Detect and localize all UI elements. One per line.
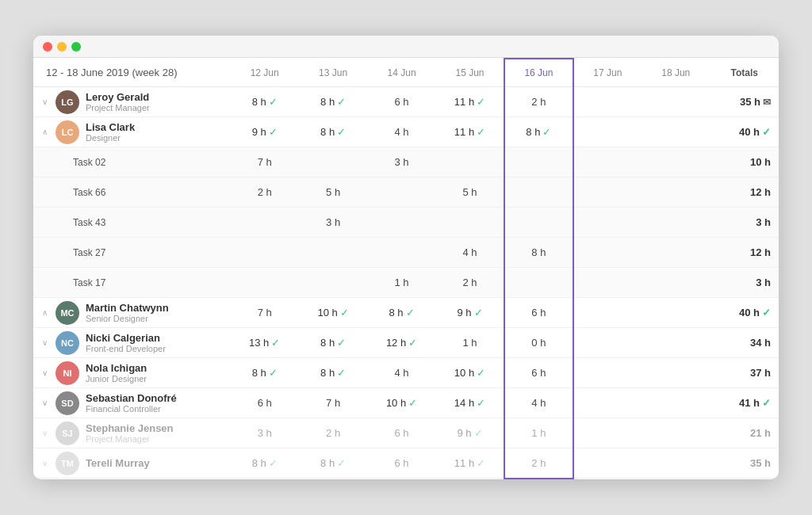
task-name: Task 17 — [33, 268, 231, 298]
day-cell-0: 13 h✓ — [231, 328, 299, 358]
day-cell-3: 10 h✓ — [436, 358, 504, 388]
person-row[interactable]: ∨TMTereli Murray8 h✓8 h✓6 h11 h✓2 h35 h — [33, 448, 779, 479]
day-cell-6 — [642, 147, 710, 177]
day-cell-6 — [642, 418, 710, 448]
day-cell-5 — [573, 208, 642, 238]
day-cell-3: 2 h — [436, 268, 504, 298]
task-name: Task 02 — [33, 147, 231, 177]
day-cell-3: 1 h — [436, 328, 504, 358]
day-cell-3: 9 h✓ — [436, 298, 504, 328]
task-name: Task 43 — [33, 208, 231, 238]
total-cell: 3 h — [710, 268, 779, 298]
day-cell-6 — [642, 448, 710, 479]
maximize-button[interactable] — [71, 42, 81, 52]
day-cell-4: 8 h — [504, 238, 573, 268]
day-cell-4: 1 h — [504, 418, 573, 448]
avatar: SD — [56, 391, 79, 415]
person-name: Martin Chatwynn — [86, 302, 169, 314]
day-cell-5 — [573, 147, 642, 177]
total-cell: 35 h — [710, 448, 779, 479]
task-row: Task 274 h8 h12 h — [33, 238, 779, 268]
person-name: Stephanie Jensen — [86, 422, 174, 434]
close-button[interactable] — [43, 42, 52, 52]
col-header-16jun: 16 Jun — [504, 59, 573, 87]
day-cell-5 — [573, 117, 642, 147]
person-row[interactable]: ∧LCLisa ClarkDesigner9 h✓8 h✓4 h11 h✓8 h… — [33, 117, 779, 147]
day-cell-0: 3 h — [231, 418, 299, 448]
day-cell-0: 9 h✓ — [231, 117, 299, 147]
timesheet-table-wrap: 12 - 18 June 2019 (week 28) 12 Jun 13 Ju… — [33, 58, 779, 479]
day-cell-6 — [642, 87, 710, 117]
task-row: Task 027 h3 h10 h — [33, 147, 779, 177]
person-row[interactable]: ∨LGLeroy GeraldProject Manager8 h✓8 h✓6 … — [33, 87, 779, 117]
chevron-icon[interactable]: ∨ — [40, 338, 49, 347]
titlebar — [33, 36, 779, 58]
day-cell-6 — [642, 238, 710, 268]
day-cell-0: 7 h — [231, 147, 299, 177]
day-cell-1: 3 h — [299, 208, 367, 238]
day-cell-2: 3 h — [367, 147, 435, 177]
task-row: Task 662 h5 h5 h12 h — [33, 177, 779, 208]
day-cell-1 — [299, 268, 367, 298]
person-row[interactable]: ∨SJStephanie JensenProject Manager3 h2 h… — [33, 418, 779, 448]
day-cell-2: 4 h — [367, 117, 435, 147]
person-row[interactable]: ∨NINola IchiganJunior Designer8 h✓8 h✓4 … — [33, 358, 779, 388]
task-row: Task 171 h2 h3 h — [33, 268, 779, 298]
day-cell-1: 10 h✓ — [299, 298, 367, 328]
minimize-button[interactable] — [57, 42, 67, 52]
day-cell-5 — [573, 418, 642, 448]
day-cell-2: 1 h — [367, 268, 435, 298]
day-cell-0 — [231, 268, 299, 298]
day-cell-1: 8 h✓ — [299, 117, 367, 147]
chevron-icon[interactable]: ∨ — [40, 97, 49, 106]
day-cell-2 — [367, 208, 435, 238]
chevron-icon[interactable]: ∨ — [40, 459, 49, 467]
day-cell-0 — [231, 208, 299, 238]
day-cell-1: 7 h — [299, 388, 367, 418]
day-cell-1 — [299, 238, 367, 268]
day-cell-3 — [436, 208, 504, 238]
day-cell-2 — [367, 177, 435, 208]
day-cell-5 — [573, 358, 642, 388]
person-name: Nola Ichigan — [86, 362, 147, 374]
person-row[interactable]: ∨SDSebastian DonofréFinancial Controller… — [33, 388, 779, 418]
person-role: Financial Controller — [86, 404, 177, 414]
chevron-icon[interactable]: ∧ — [40, 308, 49, 317]
day-cell-5 — [573, 87, 642, 117]
person-name: Tereli Murray — [86, 457, 150, 469]
day-cell-4 — [504, 208, 573, 238]
day-cell-5 — [573, 238, 642, 268]
chevron-icon[interactable]: ∨ — [40, 399, 49, 407]
header-row: 12 - 18 June 2019 (week 28) 12 Jun 13 Ju… — [33, 59, 779, 87]
day-cell-1: 8 h✓ — [299, 448, 367, 479]
chevron-icon[interactable]: ∨ — [40, 429, 49, 437]
day-cell-5 — [573, 328, 642, 358]
day-cell-5 — [573, 298, 642, 328]
day-cell-6 — [642, 388, 710, 418]
day-cell-3: 11 h✓ — [436, 448, 504, 479]
day-cell-4: 8 h✓ — [504, 117, 573, 147]
day-cell-4 — [504, 177, 573, 208]
day-cell-2: 12 h✓ — [367, 328, 435, 358]
total-cell: 34 h — [710, 328, 779, 358]
person-name: Leroy Gerald — [86, 91, 150, 103]
chevron-icon[interactable]: ∨ — [40, 368, 49, 377]
person-role: Senior Designer — [86, 314, 169, 323]
day-cell-6 — [642, 208, 710, 238]
day-cell-2: 6 h — [367, 87, 435, 117]
day-cell-1: 8 h✓ — [299, 328, 367, 358]
day-cell-3: 11 h✓ — [436, 117, 504, 147]
col-header-13jun: 13 Jun — [299, 59, 367, 87]
main-window: 12 - 18 June 2019 (week 28) 12 Jun 13 Ju… — [33, 36, 779, 479]
col-header-totals: Totals — [710, 59, 779, 87]
person-row[interactable]: ∧MCMartin ChatwynnSenior Designer7 h10 h… — [33, 298, 779, 328]
day-cell-1: 5 h — [299, 177, 367, 208]
chevron-icon[interactable]: ∧ — [40, 128, 49, 136]
day-cell-6 — [642, 268, 710, 298]
person-row[interactable]: ∨NCNicki CalgerianFront-end Developer13 … — [33, 328, 779, 358]
day-cell-1: 8 h✓ — [299, 358, 367, 388]
day-cell-5 — [573, 268, 642, 298]
total-cell: 12 h — [710, 177, 779, 208]
col-header-12jun: 12 Jun — [231, 59, 299, 87]
timesheet-table: 12 - 18 June 2019 (week 28) 12 Jun 13 Ju… — [33, 58, 779, 479]
